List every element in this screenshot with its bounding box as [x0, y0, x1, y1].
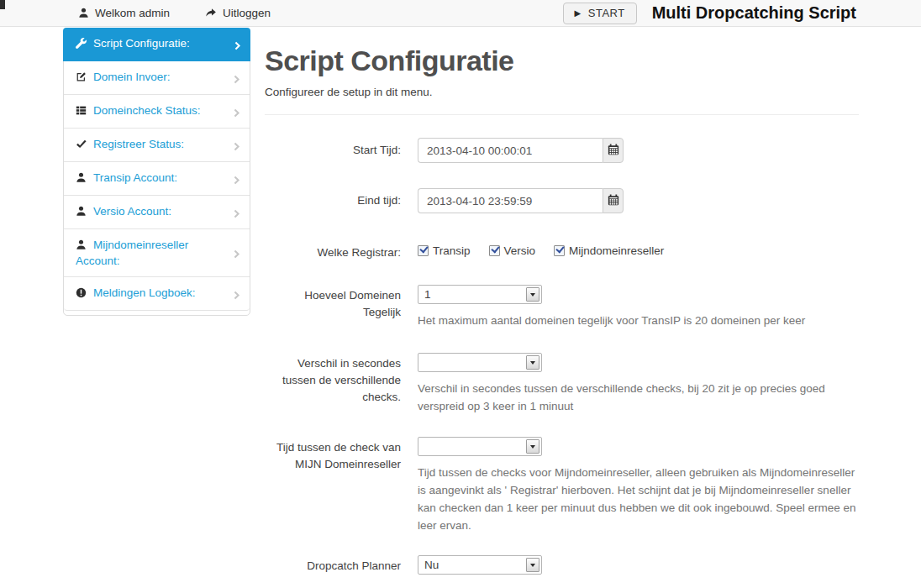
domains-at-once-help: Het maximum aantal domeinen tegelijk voo…	[418, 312, 858, 329]
sidebar-item-label: Domeincheck Status:	[93, 104, 201, 117]
registrar-option-mijndomeinreseller[interactable]: Mijndomeinreseller	[554, 244, 664, 257]
sidebar-item-label: Mijndomeinreseller Account:	[76, 239, 188, 267]
wrench-icon	[76, 38, 87, 52]
start-button[interactable]: ▶ START	[563, 3, 637, 24]
sidebar-item-mijndomeinreseller-account[interactable]: Mijndomeinreseller Account:	[64, 229, 250, 277]
registrar-option-versio[interactable]: Versio	[489, 244, 536, 257]
time-between-mijn-checks-label: Tijd tussen de check van MIJN Domeinrese…	[265, 437, 401, 534]
user-icon	[78, 8, 89, 18]
main-content: Script Configuratie Configureer de setup…	[265, 38, 859, 588]
dropdown-arrow-icon	[526, 355, 539, 370]
chevron-right-icon	[232, 248, 241, 262]
sidebar-item-script-configuratie[interactable]: Script Configuratie:	[63, 28, 250, 61]
chevron-right-icon	[232, 174, 241, 188]
end-time-label: Eind tijd:	[265, 188, 401, 213]
sidebar-item-label: Transip Account:	[93, 171, 177, 184]
end-time-input[interactable]	[418, 188, 603, 213]
start-time-input[interactable]	[418, 138, 603, 163]
start-time-calendar-button[interactable]	[603, 138, 624, 163]
chevron-right-icon	[232, 140, 241, 155]
sidebar-item-meldingen-logboek[interactable]: Meldingen Logboek:	[64, 277, 250, 311]
form-row-domains-at-once: Hoeveel Domeinen Tegelijk 1 Het maximum …	[265, 285, 859, 329]
play-icon: ▶	[575, 9, 582, 18]
sidebar-menu: Script Configuratie: Domein Invoer: Dome…	[63, 28, 250, 316]
form-row-end-time: Eind tijd:	[265, 188, 859, 213]
app-brand-title: Multi Dropcatching Script	[652, 3, 856, 23]
edit-icon	[76, 71, 87, 86]
list-icon	[76, 105, 87, 119]
start-time-label: Start Tijd:	[265, 138, 401, 163]
calendar-icon	[608, 144, 619, 158]
user-icon	[76, 239, 87, 254]
form-row-registrar: Welke Registrar: Transip Versio Mijndome…	[265, 243, 859, 261]
top-navbar: Welkom admin Uitloggen ▶ START Multi Dro…	[0, 0, 921, 27]
form-row-seconds-between-checks: Verschil in secondes tussen de verschill…	[265, 353, 859, 415]
sidebar-item-label: Domein Invoer:	[93, 71, 171, 83]
sidebar-item-label: Script Configuratie:	[93, 37, 190, 50]
select-value: Nu	[418, 559, 526, 571]
seconds-between-checks-help: Verschil in secondes tussen de verschill…	[418, 380, 858, 415]
checkbox-label: Transip	[433, 244, 471, 257]
time-between-mijn-checks-help: Tijd tussen de checks voor Mijndomeinres…	[418, 464, 858, 534]
chevron-right-icon	[232, 107, 241, 121]
welcome-user[interactable]: Welkom admin	[78, 7, 170, 19]
sidebar-item-registreer-status[interactable]: Registreer Status:	[64, 129, 250, 162]
sidebar-item-label: Registreer Status:	[93, 138, 184, 150]
seconds-between-checks-label: Verschil in secondes tussen de verschill…	[265, 353, 401, 415]
user-icon	[76, 206, 87, 220]
chevron-right-icon	[232, 73, 241, 87]
sidebar-item-label: Meldingen Logboek:	[93, 286, 196, 299]
sidebar-item-domein-invoer[interactable]: Domein Invoer:	[64, 61, 250, 95]
divider	[265, 114, 859, 115]
registrar-option-transip[interactable]: Transip	[418, 244, 471, 257]
time-between-mijn-checks-select[interactable]	[418, 437, 542, 456]
dropdown-arrow-icon	[526, 439, 539, 454]
chevron-right-icon	[232, 207, 241, 222]
start-button-label: START	[588, 7, 625, 19]
dropcatch-planner-select[interactable]: Nu	[418, 555, 542, 575]
logout-arrow-icon	[205, 8, 217, 18]
check-icon	[76, 139, 87, 153]
sidebar-item-transip-account[interactable]: Transip Account:	[64, 162, 250, 196]
form-row-time-between-mijn-checks: Tijd tussen de check van MIJN Domeinrese…	[265, 437, 859, 534]
page-title: Script Configuratie	[265, 45, 859, 77]
screen-corner-artifact	[0, 0, 5, 9]
sidebar-item-versio-account[interactable]: Versio Account:	[64, 196, 250, 229]
dropdown-arrow-icon	[526, 287, 539, 302]
calendar-icon	[608, 194, 619, 208]
select-value: 1	[418, 288, 526, 301]
seconds-between-checks-select[interactable]	[418, 353, 542, 372]
registrar-label: Welke Registrar:	[265, 243, 401, 261]
domains-at-once-select[interactable]: 1	[418, 285, 542, 304]
dropcatch-planner-label: Dropcatch Planner	[265, 555, 401, 575]
logout-link[interactable]: Uitloggen	[205, 7, 271, 19]
versio-checkbox[interactable]	[489, 245, 500, 256]
logout-label: Uitloggen	[223, 7, 271, 19]
end-time-calendar-button[interactable]	[603, 188, 624, 213]
form-row-dropcatch-planner: Dropcatch Planner Nu	[265, 555, 859, 575]
checkbox-label: Versio	[504, 244, 536, 257]
mijndomeinreseller-checkbox[interactable]	[554, 245, 565, 256]
dropdown-arrow-icon	[526, 558, 539, 572]
transip-checkbox[interactable]	[418, 245, 429, 256]
domains-at-once-label: Hoeveel Domeinen Tegelijk	[265, 285, 401, 329]
form-row-start-time: Start Tijd:	[265, 138, 859, 163]
exclamation-circle-icon	[76, 287, 87, 302]
user-icon	[76, 172, 87, 186]
checkbox-label: Mijndomeinreseller	[569, 244, 664, 257]
page-subtitle: Configureer de setup in dit menu.	[265, 86, 859, 98]
chevron-right-icon	[232, 289, 241, 303]
sidebar-item-label: Versio Account:	[93, 205, 171, 218]
welcome-label: Welkom admin	[95, 7, 170, 19]
chevron-right-icon	[233, 39, 242, 54]
sidebar-item-domeincheck-status[interactable]: Domeincheck Status:	[64, 95, 250, 129]
